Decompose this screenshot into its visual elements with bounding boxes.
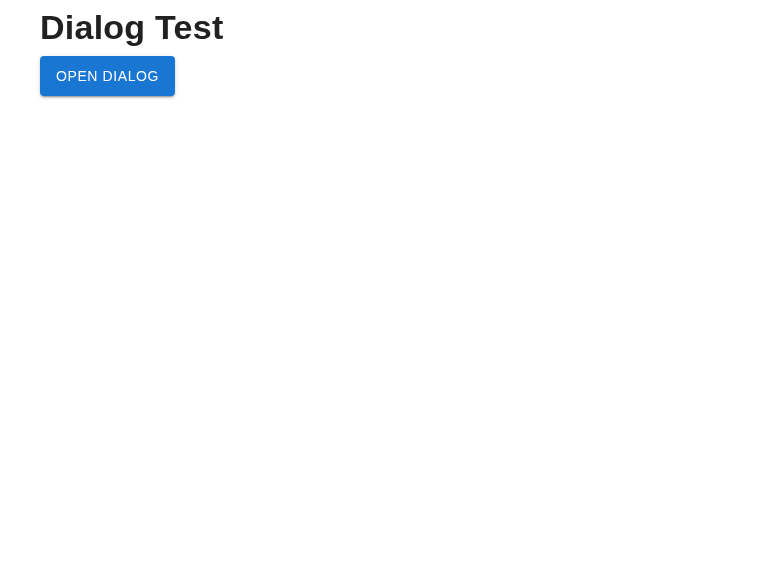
page-content: Dialog Test Open Dialog (0, 0, 779, 96)
open-dialog-button[interactable]: Open Dialog (40, 56, 175, 97)
page-title: Dialog Test (40, 8, 739, 48)
